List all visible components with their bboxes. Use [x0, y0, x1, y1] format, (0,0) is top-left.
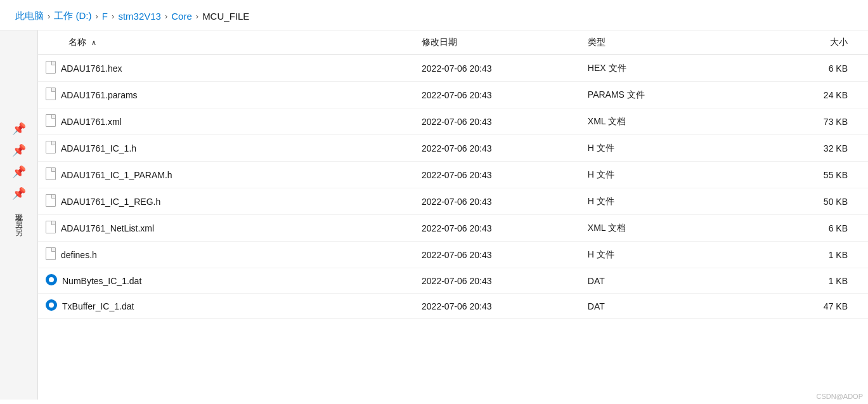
file-icon [46, 194, 56, 209]
file-icon [46, 88, 56, 102]
table-row[interactable]: ADAU1761.hex2022-07-06 20:43HEX 文件6 KB [38, 55, 868, 82]
table-row[interactable]: ADAU1761_NetList.xml2022-07-06 20:43XML … [38, 215, 868, 242]
file-name-text: ADAU1761_NetList.xml [61, 223, 154, 233]
file-explorer: 📌 📌 📌 📌 发现 一另 一另 名称 ∧ 修改日期 类型 大小 ADA [0, 30, 868, 400]
file-name-text: ADAU1761_IC_1_REG.h [61, 197, 160, 207]
column-header-type[interactable]: 类型 [578, 30, 744, 55]
file-size-cell: 73 KB [744, 108, 868, 135]
file-type-cell: DAT [578, 268, 744, 294]
file-type-cell: H 文件 [578, 242, 744, 268]
file-name-text: NumBytes_IC_1.dat [62, 276, 141, 286]
breadcrumb-item-drive[interactable]: 工作 (D:) [54, 10, 91, 22]
file-type-cell: HEX 文件 [578, 55, 744, 82]
file-icon [46, 141, 56, 155]
breadcrumb-item-core[interactable]: Core [171, 11, 192, 22]
file-table: 名称 ∧ 修改日期 类型 大小 ADAU1761.hex2022-07-06 2… [38, 30, 868, 319]
breadcrumb-item-f[interactable]: F [102, 11, 108, 22]
breadcrumb-separator-2: › [112, 11, 114, 21]
file-name-cell: ADAU1761_NetList.xml [38, 215, 411, 241]
file-size-cell: 1 KB [744, 268, 868, 294]
file-size-cell: 32 KB [744, 135, 868, 162]
table-row[interactable]: ADAU1761_IC_1_PARAM.h2022-07-06 20:43H 文… [38, 162, 868, 188]
table-row[interactable]: ADAU1761.params2022-07-06 20:43PARAMS 文件… [38, 82, 868, 108]
file-date-cell: 2022-07-06 20:43 [411, 188, 578, 215]
column-header-date[interactable]: 修改日期 [411, 30, 578, 55]
file-type-cell: H 文件 [578, 162, 744, 188]
file-icon [46, 114, 56, 129]
file-name-cell: ADAU1761.hex [38, 55, 411, 81]
file-size-cell: 50 KB [744, 188, 868, 215]
file-type-cell: H 文件 [578, 188, 744, 215]
quick-access-pin-1[interactable]: 📌 [8, 119, 30, 138]
file-type-cell: XML 文档 [578, 108, 744, 135]
file-icon [46, 221, 56, 235]
quick-access-pin-2[interactable]: 📌 [8, 141, 30, 160]
quick-access-text-1[interactable]: 发现 [13, 205, 24, 211]
table-row[interactable]: ADAU1761.xml2022-07-06 20:43XML 文档73 KB [38, 108, 868, 135]
file-type-cell: DAT [578, 294, 744, 319]
breadcrumb-item-stm32[interactable]: stm32V13 [118, 11, 161, 22]
file-type-cell: H 文件 [578, 135, 744, 162]
file-name-cell: ADAU1761.params [38, 82, 411, 108]
file-date-cell: 2022-07-06 20:43 [411, 108, 578, 135]
table-row[interactable]: defines.h2022-07-06 20:43H 文件1 KB [38, 242, 868, 268]
file-name-cell: TxBuffer_IC_1.dat [38, 294, 411, 318]
file-name-cell: ADAU1761.xml [38, 108, 411, 134]
quick-access-text-2[interactable]: 一另 [13, 213, 24, 218]
file-date-cell: 2022-07-06 20:43 [411, 268, 578, 294]
file-size-cell: 47 KB [744, 294, 868, 319]
file-icon [46, 167, 56, 182]
table-row[interactable]: NumBytes_IC_1.dat2022-07-06 20:43DAT1 KB [38, 268, 868, 294]
quick-access-text-3[interactable]: 一另 [13, 221, 24, 226]
breadcrumb-separator-1: › [96, 11, 98, 21]
file-icon [46, 274, 57, 287]
quick-access-pin-4[interactable]: 📌 [8, 184, 30, 203]
file-date-cell: 2022-07-06 20:43 [411, 82, 578, 108]
file-name-cell: ADAU1761_IC_1_PARAM.h [38, 162, 411, 188]
file-date-cell: 2022-07-06 20:43 [411, 162, 578, 188]
file-type-cell: XML 文档 [578, 215, 744, 242]
file-size-cell: 1 KB [744, 242, 868, 268]
file-name-text: ADAU1761_IC_1_PARAM.h [61, 170, 172, 180]
table-row[interactable]: ADAU1761_IC_1.h2022-07-06 20:43H 文件32 KB [38, 135, 868, 162]
file-name-cell: ADAU1761_IC_1.h [38, 135, 411, 161]
file-date-cell: 2022-07-06 20:43 [411, 294, 578, 319]
table-row[interactable]: ADAU1761_IC_1_REG.h2022-07-06 20:43H 文件5… [38, 188, 868, 215]
file-name-text: ADAU1761.hex [61, 63, 122, 74]
breadcrumb-item-computer[interactable]: 此电脑 [15, 10, 44, 22]
quick-access-pin-3[interactable]: 📌 [8, 162, 30, 181]
table-row[interactable]: TxBuffer_IC_1.dat2022-07-06 20:43DAT47 K… [38, 294, 868, 319]
file-name-cell: defines.h [38, 242, 411, 268]
sort-indicator: ∧ [91, 39, 96, 46]
file-name-cell: ADAU1761_IC_1_REG.h [38, 188, 411, 214]
watermark: CSDN@ADOP [816, 393, 863, 400]
breadcrumb-bar: 此电脑 › 工作 (D:) › F › stm32V13 › Core › MC… [0, 0, 868, 30]
file-icon [46, 61, 56, 75]
file-table-container: 名称 ∧ 修改日期 类型 大小 ADAU1761.hex2022-07-06 2… [38, 30, 868, 400]
column-header-name[interactable]: 名称 ∧ [38, 30, 411, 55]
file-name-text: ADAU1761.params [61, 90, 138, 100]
breadcrumb-separator-0: › [48, 11, 50, 21]
file-name-text: ADAU1761.xml [61, 117, 122, 127]
file-type-cell: PARAMS 文件 [578, 82, 744, 108]
file-date-cell: 2022-07-06 20:43 [411, 135, 578, 162]
file-date-cell: 2022-07-06 20:43 [411, 55, 578, 82]
table-header-row: 名称 ∧ 修改日期 类型 大小 [38, 30, 868, 55]
file-icon [46, 299, 57, 313]
column-header-size[interactable]: 大小 [744, 30, 868, 55]
breadcrumb-item-current: MCU_FILE [202, 11, 249, 22]
file-icon [46, 247, 56, 262]
file-date-cell: 2022-07-06 20:43 [411, 242, 578, 268]
file-size-cell: 6 KB [744, 215, 868, 242]
file-date-cell: 2022-07-06 20:43 [411, 215, 578, 242]
file-name-text: TxBuffer_IC_1.dat [62, 301, 134, 311]
file-name-text: defines.h [61, 250, 97, 260]
breadcrumb-separator-4: › [196, 11, 198, 21]
file-size-cell: 24 KB [744, 82, 868, 108]
quick-access-panel: 📌 📌 📌 📌 发现 一另 一另 [0, 30, 38, 400]
breadcrumb-separator-3: › [165, 11, 167, 21]
file-size-cell: 6 KB [744, 55, 868, 82]
file-size-cell: 55 KB [744, 162, 868, 188]
file-name-text: ADAU1761_IC_1.h [61, 143, 136, 153]
file-name-cell: NumBytes_IC_1.dat [38, 268, 411, 293]
